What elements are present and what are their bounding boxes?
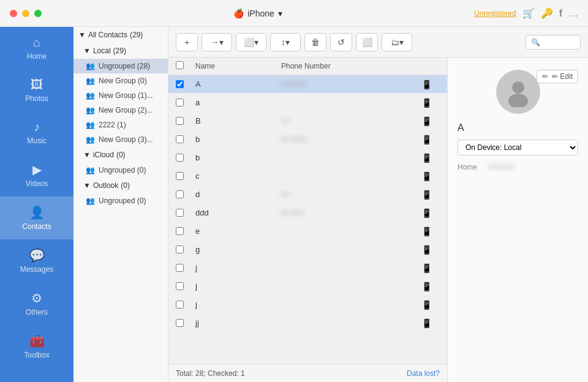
group-item-ungrouped-outlook[interactable]: 👥 Ungrouped (0) bbox=[74, 193, 168, 208]
row-checkbox[interactable] bbox=[176, 227, 184, 235]
delete-button[interactable]: 🗑 bbox=[304, 33, 326, 51]
table-row[interactable]: b 📱 bbox=[168, 149, 447, 167]
toolbar: + →▾ ⬜▾ ↕▾ 🗑 ↺ ⬜ 🗂▾ 🔍 bbox=[168, 27, 588, 58]
contact-phone: ••• bbox=[281, 190, 421, 199]
row-checkbox[interactable] bbox=[176, 209, 184, 217]
row-checkbox[interactable] bbox=[176, 245, 184, 253]
more-actions-button[interactable]: 🗂▾ bbox=[382, 33, 412, 51]
device-icon: 📱 bbox=[421, 245, 440, 255]
sidebar-item-toolbox[interactable]: 🧰 Toolbox bbox=[0, 325, 74, 368]
transfer-button[interactable]: ↕▾ bbox=[270, 33, 301, 51]
import-button[interactable]: →▾ bbox=[202, 33, 232, 51]
table-row[interactable]: j 📱 bbox=[168, 277, 447, 296]
group-item-new-group[interactable]: 👥 New Group (0) bbox=[74, 73, 168, 88]
table-header: Name Phone Number bbox=[168, 58, 447, 75]
group-item-new-group-3[interactable]: 👥 New Group (3)... bbox=[74, 132, 168, 147]
sidebar-item-others[interactable]: ⚙ Others bbox=[0, 282, 74, 325]
table-row[interactable]: j 📱 bbox=[168, 296, 447, 314]
copy-button[interactable]: ⬜ bbox=[356, 33, 378, 51]
titlebar: 🍎 iPhone ▾ Unregistered 🛒 🔑 f … bbox=[0, 0, 588, 27]
avatar bbox=[496, 70, 540, 114]
outlook-section-header[interactable]: ▼ Outlook (0) bbox=[74, 178, 168, 193]
group-item-new-group-1[interactable]: 👥 New Group (1)... bbox=[74, 88, 168, 103]
group-person-icon: 👥 bbox=[86, 91, 95, 100]
edit-label: ✏ Edit bbox=[552, 72, 573, 81]
unregistered-link[interactable]: Unregistered bbox=[474, 9, 516, 18]
messages-icon: 💬 bbox=[29, 248, 45, 263]
row-checkbox[interactable] bbox=[176, 172, 184, 180]
contact-name: b bbox=[195, 135, 281, 144]
sidebar-item-home[interactable]: ⌂ Home bbox=[0, 27, 74, 69]
row-checkbox[interactable] bbox=[176, 154, 184, 162]
all-contacts-header[interactable]: ▼ All Contacts (29) bbox=[74, 27, 168, 43]
icloud-arrow-icon: ▼ bbox=[83, 151, 91, 159]
sidebar-item-messages[interactable]: 💬 Messages bbox=[0, 239, 74, 282]
table-row[interactable]: g 📱 bbox=[168, 241, 447, 259]
local-section-header[interactable]: ▼ Local (29) bbox=[74, 43, 168, 59]
row-checkbox[interactable] bbox=[176, 135, 184, 143]
all-contacts-count: (29) bbox=[130, 31, 143, 39]
table-row[interactable]: B ••• 📱 bbox=[168, 112, 447, 130]
more-icon[interactable]: … bbox=[568, 8, 578, 19]
all-contacts-label: All Contacts bbox=[88, 31, 127, 39]
dropdown-arrow-icon[interactable]: ▾ bbox=[278, 9, 282, 18]
table-row[interactable]: c 📱 bbox=[168, 167, 447, 185]
main-layout: ⌂ Home 🖼 Photos ♪ Music ▶ Videos 👤 Conta… bbox=[0, 27, 588, 382]
search-input[interactable] bbox=[543, 38, 579, 47]
sidebar-item-photos[interactable]: 🖼 Photos bbox=[0, 69, 74, 111]
icloud-section-header[interactable]: ▼ iCloud (0) bbox=[74, 147, 168, 163]
sidebar-label-others: Others bbox=[26, 308, 48, 316]
contact-name: c bbox=[195, 171, 281, 181]
group-item-ungrouped-local[interactable]: 👥 Ungrouped (28) bbox=[74, 59, 168, 73]
table-row[interactable]: A •••••••••• 📱 bbox=[168, 75, 447, 94]
contact-name: d bbox=[195, 190, 281, 199]
add-contact-button[interactable]: + bbox=[176, 33, 198, 51]
device-select[interactable]: On Device: Local bbox=[458, 140, 578, 155]
table-row[interactable]: jj 📱 bbox=[168, 314, 447, 332]
table-row[interactable]: a 📱 bbox=[168, 94, 447, 112]
export-button[interactable]: ⬜▾ bbox=[236, 33, 266, 51]
facebook-icon[interactable]: f bbox=[559, 8, 562, 19]
edit-button[interactable]: ✏ ✏ Edit bbox=[537, 70, 578, 83]
row-checkbox[interactable] bbox=[176, 282, 184, 290]
minimize-button[interactable] bbox=[22, 10, 29, 17]
group-item-new-group-2[interactable]: 👥 New Group (2)... bbox=[74, 103, 168, 118]
window-title-area: 🍎 iPhone ▾ bbox=[233, 9, 282, 18]
footer-total-label: Total: 28; Checked: 1 bbox=[176, 369, 245, 378]
table-row[interactable]: j 📱 bbox=[168, 259, 447, 277]
refresh-button[interactable]: ↺ bbox=[330, 33, 352, 51]
sidebar-label-music: Music bbox=[27, 137, 46, 145]
row-checkbox[interactable] bbox=[176, 117, 184, 125]
table-row[interactable]: d ••• 📱 bbox=[168, 185, 447, 204]
maximize-button[interactable] bbox=[34, 10, 42, 17]
select-all-checkbox[interactable] bbox=[176, 61, 184, 69]
contact-phone: •••••••••• bbox=[281, 80, 421, 89]
cart-icon[interactable]: 🛒 bbox=[522, 7, 535, 19]
row-checkbox[interactable] bbox=[176, 301, 184, 309]
row-checkbox[interactable] bbox=[176, 190, 184, 198]
others-icon: ⚙ bbox=[31, 291, 42, 305]
sidebar-item-music[interactable]: ♪ Music bbox=[0, 111, 74, 154]
contact-phone: ••• bbox=[281, 117, 421, 125]
sidebar-item-videos[interactable]: ▶ Videos bbox=[0, 154, 74, 197]
edit-icon: ✏ bbox=[542, 72, 548, 81]
group-item-ungrouped-icloud[interactable]: 👥 Ungrouped (0) bbox=[74, 163, 168, 178]
key-icon[interactable]: 🔑 bbox=[541, 7, 553, 19]
table-row[interactable]: e 📱 bbox=[168, 222, 447, 241]
data-lost-link[interactable]: Data lost? bbox=[407, 369, 440, 378]
row-checkbox[interactable] bbox=[176, 99, 184, 107]
close-button[interactable] bbox=[10, 10, 17, 17]
group-item-2222[interactable]: 👥 2222 (1) bbox=[74, 118, 168, 132]
search-box: 🔍 bbox=[526, 35, 581, 50]
icloud-count: (0) bbox=[116, 151, 126, 159]
local-arrow-icon: ▼ bbox=[83, 47, 91, 55]
table-row[interactable]: ddd ••• ••••• 📱 bbox=[168, 204, 447, 222]
contact-name: B bbox=[195, 116, 281, 125]
device-icon: 📱 bbox=[421, 282, 440, 291]
sidebar-item-contacts[interactable]: 👤 Contacts bbox=[0, 197, 74, 239]
row-checkbox[interactable] bbox=[176, 80, 184, 88]
table-row[interactable]: b ••• •••••• 📱 bbox=[168, 130, 447, 149]
row-checkbox[interactable] bbox=[176, 319, 184, 327]
contact-name: A bbox=[195, 80, 281, 89]
row-checkbox[interactable] bbox=[176, 264, 184, 272]
